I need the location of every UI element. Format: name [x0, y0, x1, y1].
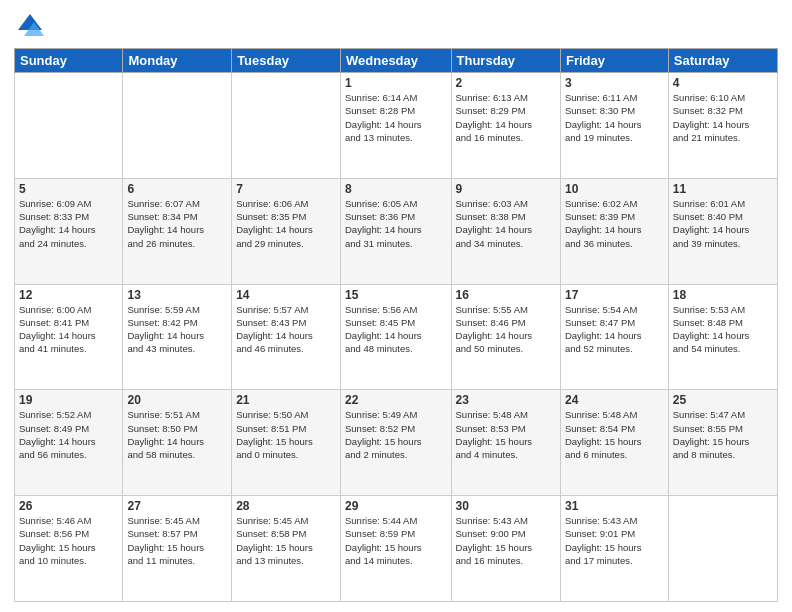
day-cell-10: 10Sunrise: 6:02 AM Sunset: 8:39 PM Dayli…	[560, 178, 668, 284]
day-info: Sunrise: 5:50 AM Sunset: 8:51 PM Dayligh…	[236, 408, 336, 461]
day-number: 29	[345, 499, 447, 513]
day-header-friday: Friday	[560, 49, 668, 73]
day-cell-3: 3Sunrise: 6:11 AM Sunset: 8:30 PM Daylig…	[560, 73, 668, 179]
day-info: Sunrise: 5:48 AM Sunset: 8:54 PM Dayligh…	[565, 408, 664, 461]
day-number: 19	[19, 393, 118, 407]
day-info: Sunrise: 6:10 AM Sunset: 8:32 PM Dayligh…	[673, 91, 773, 144]
day-info: Sunrise: 5:43 AM Sunset: 9:00 PM Dayligh…	[456, 514, 556, 567]
day-number: 16	[456, 288, 556, 302]
day-cell-20: 20Sunrise: 5:51 AM Sunset: 8:50 PM Dayli…	[123, 390, 232, 496]
day-info: Sunrise: 5:49 AM Sunset: 8:52 PM Dayligh…	[345, 408, 447, 461]
day-number: 23	[456, 393, 556, 407]
day-info: Sunrise: 6:07 AM Sunset: 8:34 PM Dayligh…	[127, 197, 227, 250]
day-cell-13: 13Sunrise: 5:59 AM Sunset: 8:42 PM Dayli…	[123, 284, 232, 390]
day-cell-16: 16Sunrise: 5:55 AM Sunset: 8:46 PM Dayli…	[451, 284, 560, 390]
day-info: Sunrise: 6:06 AM Sunset: 8:35 PM Dayligh…	[236, 197, 336, 250]
day-info: Sunrise: 6:14 AM Sunset: 8:28 PM Dayligh…	[345, 91, 447, 144]
day-info: Sunrise: 5:59 AM Sunset: 8:42 PM Dayligh…	[127, 303, 227, 356]
day-number: 1	[345, 76, 447, 90]
day-cell-25: 25Sunrise: 5:47 AM Sunset: 8:55 PM Dayli…	[668, 390, 777, 496]
day-cell-5: 5Sunrise: 6:09 AM Sunset: 8:33 PM Daylig…	[15, 178, 123, 284]
day-cell-26: 26Sunrise: 5:46 AM Sunset: 8:56 PM Dayli…	[15, 496, 123, 602]
day-info: Sunrise: 5:56 AM Sunset: 8:45 PM Dayligh…	[345, 303, 447, 356]
day-cell-30: 30Sunrise: 5:43 AM Sunset: 9:00 PM Dayli…	[451, 496, 560, 602]
day-info: Sunrise: 5:47 AM Sunset: 8:55 PM Dayligh…	[673, 408, 773, 461]
week-row-5: 26Sunrise: 5:46 AM Sunset: 8:56 PM Dayli…	[15, 496, 778, 602]
day-info: Sunrise: 5:51 AM Sunset: 8:50 PM Dayligh…	[127, 408, 227, 461]
week-row-1: 1Sunrise: 6:14 AM Sunset: 8:28 PM Daylig…	[15, 73, 778, 179]
day-number: 31	[565, 499, 664, 513]
day-header-thursday: Thursday	[451, 49, 560, 73]
day-cell-27: 27Sunrise: 5:45 AM Sunset: 8:57 PM Dayli…	[123, 496, 232, 602]
day-number: 5	[19, 182, 118, 196]
day-cell-15: 15Sunrise: 5:56 AM Sunset: 8:45 PM Dayli…	[341, 284, 452, 390]
day-cell-2: 2Sunrise: 6:13 AM Sunset: 8:29 PM Daylig…	[451, 73, 560, 179]
day-cell-22: 22Sunrise: 5:49 AM Sunset: 8:52 PM Dayli…	[341, 390, 452, 496]
day-number: 7	[236, 182, 336, 196]
day-number: 11	[673, 182, 773, 196]
day-cell-19: 19Sunrise: 5:52 AM Sunset: 8:49 PM Dayli…	[15, 390, 123, 496]
day-info: Sunrise: 5:45 AM Sunset: 8:57 PM Dayligh…	[127, 514, 227, 567]
day-cell-7: 7Sunrise: 6:06 AM Sunset: 8:35 PM Daylig…	[232, 178, 341, 284]
day-cell-28: 28Sunrise: 5:45 AM Sunset: 8:58 PM Dayli…	[232, 496, 341, 602]
week-row-4: 19Sunrise: 5:52 AM Sunset: 8:49 PM Dayli…	[15, 390, 778, 496]
empty-cell	[668, 496, 777, 602]
day-info: Sunrise: 6:13 AM Sunset: 8:29 PM Dayligh…	[456, 91, 556, 144]
day-number: 14	[236, 288, 336, 302]
day-number: 26	[19, 499, 118, 513]
day-cell-12: 12Sunrise: 6:00 AM Sunset: 8:41 PM Dayli…	[15, 284, 123, 390]
day-cell-4: 4Sunrise: 6:10 AM Sunset: 8:32 PM Daylig…	[668, 73, 777, 179]
day-number: 12	[19, 288, 118, 302]
calendar: SundayMondayTuesdayWednesdayThursdayFrid…	[14, 48, 778, 602]
day-header-sunday: Sunday	[15, 49, 123, 73]
day-info: Sunrise: 5:57 AM Sunset: 8:43 PM Dayligh…	[236, 303, 336, 356]
day-cell-14: 14Sunrise: 5:57 AM Sunset: 8:43 PM Dayli…	[232, 284, 341, 390]
day-header-tuesday: Tuesday	[232, 49, 341, 73]
day-info: Sunrise: 6:05 AM Sunset: 8:36 PM Dayligh…	[345, 197, 447, 250]
logo	[14, 10, 48, 42]
empty-cell	[232, 73, 341, 179]
day-info: Sunrise: 6:11 AM Sunset: 8:30 PM Dayligh…	[565, 91, 664, 144]
day-cell-31: 31Sunrise: 5:43 AM Sunset: 9:01 PM Dayli…	[560, 496, 668, 602]
day-number: 8	[345, 182, 447, 196]
day-number: 15	[345, 288, 447, 302]
day-cell-21: 21Sunrise: 5:50 AM Sunset: 8:51 PM Dayli…	[232, 390, 341, 496]
day-number: 9	[456, 182, 556, 196]
day-info: Sunrise: 5:46 AM Sunset: 8:56 PM Dayligh…	[19, 514, 118, 567]
day-number: 22	[345, 393, 447, 407]
day-cell-18: 18Sunrise: 5:53 AM Sunset: 8:48 PM Dayli…	[668, 284, 777, 390]
day-number: 21	[236, 393, 336, 407]
day-info: Sunrise: 6:00 AM Sunset: 8:41 PM Dayligh…	[19, 303, 118, 356]
day-cell-17: 17Sunrise: 5:54 AM Sunset: 8:47 PM Dayli…	[560, 284, 668, 390]
day-number: 27	[127, 499, 227, 513]
day-info: Sunrise: 5:54 AM Sunset: 8:47 PM Dayligh…	[565, 303, 664, 356]
day-cell-11: 11Sunrise: 6:01 AM Sunset: 8:40 PM Dayli…	[668, 178, 777, 284]
week-row-2: 5Sunrise: 6:09 AM Sunset: 8:33 PM Daylig…	[15, 178, 778, 284]
week-row-3: 12Sunrise: 6:00 AM Sunset: 8:41 PM Dayli…	[15, 284, 778, 390]
day-info: Sunrise: 5:45 AM Sunset: 8:58 PM Dayligh…	[236, 514, 336, 567]
day-header-monday: Monday	[123, 49, 232, 73]
day-cell-8: 8Sunrise: 6:05 AM Sunset: 8:36 PM Daylig…	[341, 178, 452, 284]
day-number: 28	[236, 499, 336, 513]
day-number: 3	[565, 76, 664, 90]
day-number: 20	[127, 393, 227, 407]
day-cell-29: 29Sunrise: 5:44 AM Sunset: 8:59 PM Dayli…	[341, 496, 452, 602]
day-info: Sunrise: 6:02 AM Sunset: 8:39 PM Dayligh…	[565, 197, 664, 250]
day-cell-24: 24Sunrise: 5:48 AM Sunset: 8:54 PM Dayli…	[560, 390, 668, 496]
day-info: Sunrise: 6:01 AM Sunset: 8:40 PM Dayligh…	[673, 197, 773, 250]
day-info: Sunrise: 5:53 AM Sunset: 8:48 PM Dayligh…	[673, 303, 773, 356]
day-header-saturday: Saturday	[668, 49, 777, 73]
day-header-wednesday: Wednesday	[341, 49, 452, 73]
calendar-header-row: SundayMondayTuesdayWednesdayThursdayFrid…	[15, 49, 778, 73]
header	[14, 10, 778, 42]
day-number: 30	[456, 499, 556, 513]
page: SundayMondayTuesdayWednesdayThursdayFrid…	[0, 0, 792, 612]
day-info: Sunrise: 6:09 AM Sunset: 8:33 PM Dayligh…	[19, 197, 118, 250]
day-info: Sunrise: 5:48 AM Sunset: 8:53 PM Dayligh…	[456, 408, 556, 461]
day-number: 24	[565, 393, 664, 407]
day-number: 17	[565, 288, 664, 302]
logo-icon	[14, 10, 46, 42]
day-cell-9: 9Sunrise: 6:03 AM Sunset: 8:38 PM Daylig…	[451, 178, 560, 284]
empty-cell	[15, 73, 123, 179]
day-number: 4	[673, 76, 773, 90]
